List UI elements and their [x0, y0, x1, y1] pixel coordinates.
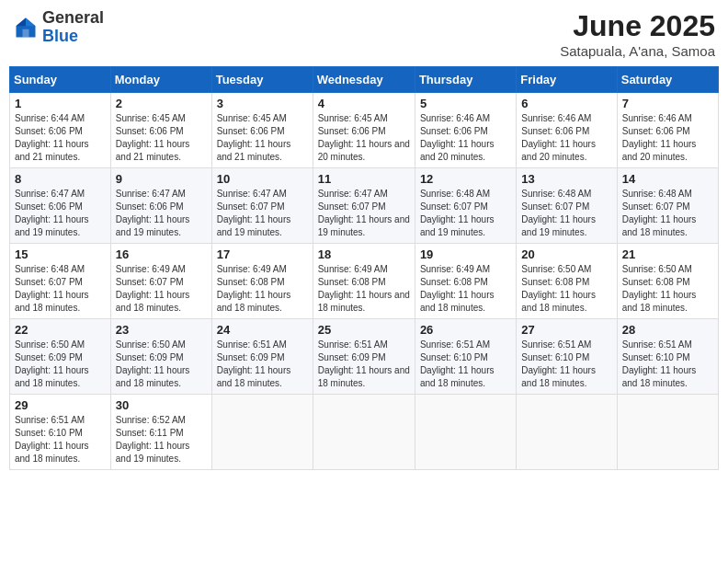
day-number: 16 — [116, 247, 207, 261]
day-number: 25 — [318, 323, 410, 337]
day-cell: 14 Sunrise: 6:48 AM Sunset: 6:07 PM Dayl… — [617, 168, 718, 244]
day-cell: 19 Sunrise: 6:49 AM Sunset: 6:08 PM Dayl… — [415, 244, 516, 319]
day-number: 3 — [217, 97, 308, 110]
day-info: Sunrise: 6:51 AM Sunset: 6:09 PM Dayligh… — [318, 339, 410, 390]
day-info: Sunrise: 6:49 AM Sunset: 6:08 PM Dayligh… — [420, 263, 511, 315]
day-cell: 15 Sunrise: 6:48 AM Sunset: 6:07 PM Dayl… — [10, 244, 111, 319]
calendar-location: Satapuala, A'ana, Samoa — [560, 43, 715, 59]
day-number: 20 — [521, 247, 611, 261]
col-header-tuesday: Tuesday — [211, 67, 313, 93]
day-cell — [617, 395, 718, 470]
day-info: Sunrise: 6:47 AM Sunset: 6:07 PM Dayligh… — [217, 188, 308, 239]
week-row-4: 22 Sunrise: 6:50 AM Sunset: 6:09 PM Dayl… — [10, 319, 719, 395]
day-cell: 24 Sunrise: 6:51 AM Sunset: 6:09 PM Dayl… — [211, 319, 313, 395]
svg-marker-1 — [26, 17, 36, 26]
day-number: 11 — [318, 172, 410, 186]
day-info: Sunrise: 6:49 AM Sunset: 6:07 PM Dayligh… — [116, 263, 207, 315]
day-info: Sunrise: 6:46 AM Sunset: 6:06 PM Dayligh… — [420, 112, 511, 164]
day-info: Sunrise: 6:47 AM Sunset: 6:06 PM Dayligh… — [116, 188, 207, 239]
day-number: 15 — [15, 247, 106, 261]
svg-marker-2 — [17, 17, 27, 26]
day-cell: 29 Sunrise: 6:51 AM Sunset: 6:10 PM Dayl… — [10, 395, 111, 470]
day-cell: 28 Sunrise: 6:51 AM Sunset: 6:10 PM Dayl… — [617, 319, 718, 395]
calendar-header-row: SundayMondayTuesdayWednesdayThursdayFrid… — [10, 67, 719, 93]
day-cell: 5 Sunrise: 6:46 AM Sunset: 6:06 PM Dayli… — [415, 93, 516, 168]
day-cell: 23 Sunrise: 6:50 AM Sunset: 6:09 PM Dayl… — [110, 319, 211, 395]
logo: General Blue — [13, 9, 104, 46]
day-info: Sunrise: 6:45 AM Sunset: 6:06 PM Dayligh… — [318, 112, 410, 164]
day-cell: 22 Sunrise: 6:50 AM Sunset: 6:09 PM Dayl… — [10, 319, 111, 395]
day-cell: 3 Sunrise: 6:45 AM Sunset: 6:06 PM Dayli… — [211, 93, 313, 168]
day-cell — [415, 395, 516, 470]
calendar-table: SundayMondayTuesdayWednesdayThursdayFrid… — [9, 66, 719, 470]
day-number: 24 — [217, 323, 308, 337]
day-info: Sunrise: 6:51 AM Sunset: 6:09 PM Dayligh… — [217, 339, 308, 390]
day-number: 19 — [420, 247, 511, 261]
day-info: Sunrise: 6:46 AM Sunset: 6:06 PM Dayligh… — [622, 112, 713, 164]
week-row-3: 15 Sunrise: 6:48 AM Sunset: 6:07 PM Dayl… — [10, 244, 719, 319]
week-row-5: 29 Sunrise: 6:51 AM Sunset: 6:10 PM Dayl… — [10, 395, 719, 470]
day-cell: 21 Sunrise: 6:50 AM Sunset: 6:08 PM Dayl… — [617, 244, 718, 319]
logo-general-text: General — [42, 8, 104, 27]
col-header-saturday: Saturday — [617, 67, 718, 93]
day-number: 5 — [420, 97, 511, 110]
day-info: Sunrise: 6:49 AM Sunset: 6:08 PM Dayligh… — [217, 263, 308, 315]
day-number: 8 — [15, 172, 106, 186]
day-cell: 13 Sunrise: 6:48 AM Sunset: 6:07 PM Dayl… — [517, 168, 617, 244]
svg-rect-3 — [23, 29, 29, 38]
day-cell: 26 Sunrise: 6:51 AM Sunset: 6:10 PM Dayl… — [415, 319, 516, 395]
day-info: Sunrise: 6:51 AM Sunset: 6:10 PM Dayligh… — [622, 339, 713, 390]
day-number: 14 — [622, 172, 713, 186]
day-cell: 17 Sunrise: 6:49 AM Sunset: 6:08 PM Dayl… — [211, 244, 313, 319]
day-number: 10 — [217, 172, 308, 186]
day-number: 7 — [622, 97, 713, 110]
day-number: 30 — [116, 398, 207, 412]
day-number: 26 — [420, 323, 511, 337]
day-number: 4 — [318, 97, 410, 110]
day-info: Sunrise: 6:52 AM Sunset: 6:11 PM Dayligh… — [116, 414, 207, 465]
day-cell — [211, 395, 313, 470]
col-header-friday: Friday — [517, 67, 617, 93]
day-number: 13 — [521, 172, 611, 186]
col-header-wednesday: Wednesday — [313, 67, 415, 93]
day-cell: 9 Sunrise: 6:47 AM Sunset: 6:06 PM Dayli… — [110, 168, 211, 244]
day-cell: 11 Sunrise: 6:47 AM Sunset: 6:07 PM Dayl… — [313, 168, 415, 244]
col-header-thursday: Thursday — [415, 67, 516, 93]
day-info: Sunrise: 6:48 AM Sunset: 6:07 PM Dayligh… — [622, 188, 713, 239]
day-cell: 30 Sunrise: 6:52 AM Sunset: 6:11 PM Dayl… — [110, 395, 211, 470]
day-number: 29 — [15, 398, 106, 412]
day-info: Sunrise: 6:51 AM Sunset: 6:10 PM Dayligh… — [420, 339, 511, 390]
day-cell: 27 Sunrise: 6:51 AM Sunset: 6:10 PM Dayl… — [517, 319, 617, 395]
day-info: Sunrise: 6:50 AM Sunset: 6:09 PM Dayligh… — [15, 339, 106, 390]
day-info: Sunrise: 6:48 AM Sunset: 6:07 PM Dayligh… — [420, 188, 511, 239]
day-info: Sunrise: 6:50 AM Sunset: 6:09 PM Dayligh… — [116, 339, 207, 390]
title-block: June 2025 Satapuala, A'ana, Samoa — [560, 9, 715, 59]
day-info: Sunrise: 6:46 AM Sunset: 6:06 PM Dayligh… — [521, 112, 611, 164]
day-info: Sunrise: 6:45 AM Sunset: 6:06 PM Dayligh… — [116, 112, 207, 164]
day-info: Sunrise: 6:44 AM Sunset: 6:06 PM Dayligh… — [15, 112, 106, 164]
day-number: 22 — [15, 323, 106, 337]
day-cell: 6 Sunrise: 6:46 AM Sunset: 6:06 PM Dayli… — [517, 93, 617, 168]
day-number: 28 — [622, 323, 713, 337]
day-number: 6 — [521, 97, 611, 110]
day-number: 21 — [622, 247, 713, 261]
day-info: Sunrise: 6:51 AM Sunset: 6:10 PM Dayligh… — [15, 414, 106, 465]
week-row-1: 1 Sunrise: 6:44 AM Sunset: 6:06 PM Dayli… — [10, 93, 719, 168]
day-cell: 7 Sunrise: 6:46 AM Sunset: 6:06 PM Dayli… — [617, 93, 718, 168]
day-info: Sunrise: 6:51 AM Sunset: 6:10 PM Dayligh… — [521, 339, 611, 390]
day-cell: 1 Sunrise: 6:44 AM Sunset: 6:06 PM Dayli… — [10, 93, 111, 168]
calendar-title: June 2025 — [560, 9, 715, 43]
day-number: 27 — [521, 323, 611, 337]
day-number: 1 — [15, 97, 106, 110]
day-info: Sunrise: 6:47 AM Sunset: 6:06 PM Dayligh… — [15, 188, 106, 239]
day-cell: 18 Sunrise: 6:49 AM Sunset: 6:08 PM Dayl… — [313, 244, 415, 319]
day-info: Sunrise: 6:45 AM Sunset: 6:06 PM Dayligh… — [217, 112, 308, 164]
day-cell: 25 Sunrise: 6:51 AM Sunset: 6:09 PM Dayl… — [313, 319, 415, 395]
day-info: Sunrise: 6:50 AM Sunset: 6:08 PM Dayligh… — [622, 263, 713, 315]
day-cell — [517, 395, 617, 470]
page-header: General Blue June 2025 Satapuala, A'ana,… — [9, 9, 719, 59]
day-info: Sunrise: 6:48 AM Sunset: 6:07 PM Dayligh… — [521, 188, 611, 239]
logo-blue-text: Blue — [42, 27, 78, 45]
day-number: 17 — [217, 247, 308, 261]
day-info: Sunrise: 6:47 AM Sunset: 6:07 PM Dayligh… — [318, 188, 410, 239]
